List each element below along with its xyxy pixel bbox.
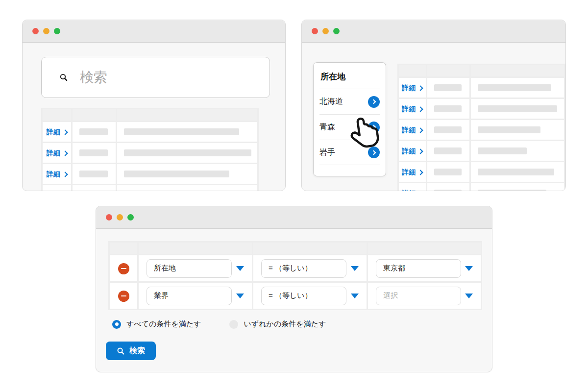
- dropdown-arrow-icon[interactable]: [465, 266, 473, 271]
- dropdown-arrow-icon[interactable]: [465, 294, 473, 298]
- placeholder-bar: [434, 169, 462, 175]
- data-cell: [471, 141, 564, 161]
- table-row: 詳細: [43, 164, 257, 184]
- detail-cell: 詳細: [43, 143, 71, 163]
- data-cell: [471, 162, 564, 182]
- search-box: [41, 57, 270, 98]
- header-cell: [139, 243, 252, 254]
- detail-link[interactable]: 詳細: [402, 105, 422, 114]
- operator-select[interactable]: = （等しい）: [261, 259, 346, 278]
- header-cell: [117, 109, 257, 121]
- condition-table: 所在地 = （等しい） 東京都: [108, 241, 482, 310]
- detail-link[interactable]: 詳細: [402, 84, 422, 93]
- close-window-button[interactable]: [106, 214, 112, 220]
- data-cell: [73, 122, 116, 142]
- zoom-window-button[interactable]: [333, 28, 340, 34]
- detail-cell: 詳細: [399, 183, 426, 191]
- remove-condition-button[interactable]: [118, 263, 129, 274]
- match-all-label: すべての条件を満たす: [126, 319, 201, 329]
- dropdown-arrow-icon[interactable]: [236, 266, 244, 271]
- detail-cell: 詳細: [399, 141, 426, 161]
- dropdown-arrow-icon[interactable]: [351, 294, 359, 298]
- match-any-option: いずれかの条件を満たす: [229, 319, 326, 329]
- close-window-button[interactable]: [32, 28, 39, 34]
- detail-link-label: 詳細: [47, 149, 60, 158]
- field-select[interactable]: 業界: [147, 287, 232, 305]
- data-cell: [73, 185, 116, 191]
- chevron-right-icon: [418, 106, 423, 112]
- placeholder-bar: [79, 128, 108, 135]
- value-select-placeholder[interactable]: 選択: [376, 287, 461, 305]
- header-cell: [73, 109, 116, 121]
- detail-link-label: 詳細: [402, 84, 416, 93]
- detail-link[interactable]: 詳細: [402, 147, 422, 156]
- detail-link[interactable]: 詳細: [47, 191, 67, 192]
- field-select[interactable]: 所在地: [147, 259, 232, 278]
- dropdown-arrow-icon[interactable]: [351, 266, 359, 271]
- detail-link-label: 詳細: [47, 128, 60, 137]
- data-cell: [427, 99, 469, 119]
- match-mode-options: すべての条件を満たす いずれかの条件を満たす: [112, 319, 326, 329]
- placeholder-bar: [434, 105, 462, 112]
- operator-select[interactable]: = （等しい）: [261, 287, 346, 305]
- window-body: 詳細: [302, 43, 565, 191]
- detail-cell: 詳細: [43, 185, 71, 191]
- close-window-button[interactable]: [312, 28, 318, 34]
- data-cell: [117, 164, 257, 184]
- minimize-window-button[interactable]: [43, 28, 49, 34]
- detail-link-label: 詳細: [47, 191, 60, 192]
- detail-cell: 詳細: [43, 122, 71, 142]
- table-row: 詳細: [399, 162, 564, 182]
- remove-cell: [110, 283, 137, 309]
- placeholder-bar: [434, 147, 462, 154]
- drill-down-button[interactable]: [368, 96, 380, 108]
- detail-link[interactable]: 詳細: [47, 170, 67, 179]
- data-cell: [471, 78, 564, 98]
- header-cell: [399, 65, 426, 76]
- operator-cell: = （等しい）: [253, 283, 367, 309]
- detail-link[interactable]: 詳細: [402, 168, 422, 177]
- dropdown-arrow-icon[interactable]: [236, 294, 244, 298]
- data-cell: [471, 183, 564, 191]
- zoom-window-button[interactable]: [127, 214, 134, 220]
- match-all-option: すべての条件を満たす: [112, 319, 201, 329]
- zoom-window-button[interactable]: [54, 28, 60, 34]
- search-input[interactable]: [79, 69, 258, 86]
- detail-cell: 詳細: [43, 164, 71, 184]
- value-select[interactable]: 東京都: [376, 259, 461, 278]
- header-cell: [110, 243, 137, 254]
- titlebar: [96, 206, 492, 229]
- match-any-label: いずれかの条件を満たす: [244, 319, 326, 329]
- data-cell: [471, 120, 564, 140]
- detail-link[interactable]: 詳細: [47, 149, 67, 158]
- match-all-radio[interactable]: [112, 320, 121, 329]
- placeholder-bar: [478, 105, 557, 112]
- detail-link[interactable]: 詳細: [402, 189, 422, 192]
- chevron-right-icon: [418, 191, 423, 191]
- table-row: 詳細: [399, 120, 564, 140]
- table-row: 詳細: [43, 122, 257, 142]
- detail-link[interactable]: 詳細: [402, 126, 422, 135]
- remove-condition-button[interactable]: [118, 291, 129, 302]
- table-row: 詳細: [399, 141, 564, 161]
- value-cell: 選択: [368, 283, 481, 309]
- chevron-right-icon: [62, 150, 68, 156]
- minimize-window-button[interactable]: [322, 28, 329, 34]
- minimize-window-button[interactable]: [117, 214, 123, 220]
- placeholder-bar: [434, 84, 462, 91]
- panel-item-label: 北海道: [319, 97, 343, 107]
- match-any-radio[interactable]: [229, 320, 238, 329]
- placeholder-bar: [478, 190, 546, 191]
- placeholder-bar: [478, 169, 554, 175]
- panel-item[interactable]: 北海道: [319, 89, 380, 114]
- table-row: 詳細: [399, 183, 564, 191]
- header-cell: [253, 243, 367, 254]
- placeholder-bar: [478, 147, 527, 154]
- placeholder-bar: [478, 84, 551, 91]
- window-facet: 詳細: [301, 20, 566, 191]
- search-button[interactable]: 検索: [106, 342, 156, 360]
- table-header-row: [110, 243, 481, 254]
- table-header-row: [43, 109, 257, 121]
- value-cell: 東京都: [368, 255, 481, 281]
- detail-link[interactable]: 詳細: [47, 128, 67, 137]
